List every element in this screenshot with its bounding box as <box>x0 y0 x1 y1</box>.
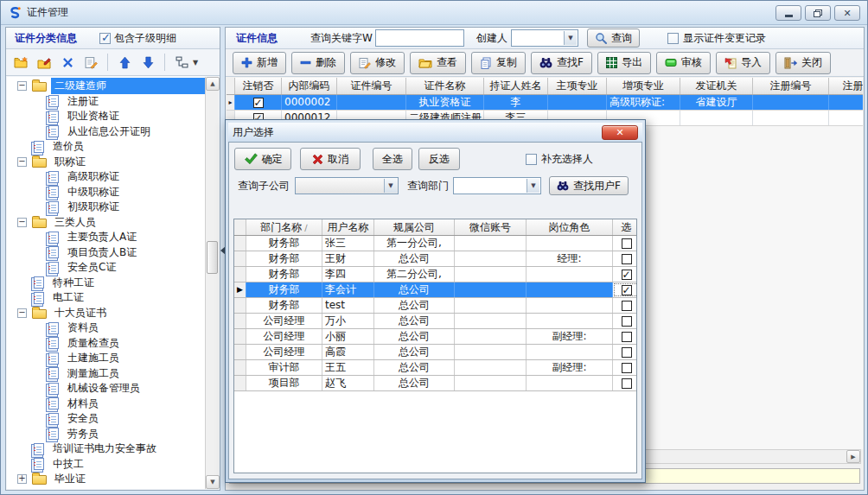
view-button[interactable]: 查看 <box>410 52 466 74</box>
tree-item[interactable]: 电工证 <box>7 290 205 306</box>
row-checkbox[interactable] <box>622 332 632 342</box>
tree-item[interactable]: 测量施工员 <box>7 366 205 382</box>
tree-item[interactable]: 从业信息公开证明 <box>7 124 205 140</box>
tree-item[interactable]: 项目负责人B证 <box>7 245 205 261</box>
row-checkbox[interactable] <box>622 238 632 249</box>
chevron-down-icon[interactable]: ▼ <box>193 59 198 67</box>
find-button[interactable]: 查找F <box>531 52 592 74</box>
cancel-button[interactable]: 取消 <box>300 148 361 170</box>
row-checkbox[interactable] <box>622 347 632 358</box>
tree-item[interactable]: 机械设备管理员 <box>7 381 205 397</box>
row-checkbox[interactable] <box>622 270 632 280</box>
column-header[interactable]: 用户名称 <box>322 219 374 235</box>
user-row[interactable]: 公司经理高霞总公司 <box>234 345 636 360</box>
delete-category-button[interactable] <box>59 54 76 71</box>
column-header[interactable]: 持证人姓名 <box>484 78 548 94</box>
hierarchy-view-button[interactable] <box>173 54 190 71</box>
tree-expander-icon[interactable]: − <box>17 81 27 91</box>
column-header[interactable]: 选 <box>613 219 637 235</box>
column-header[interactable]: 证件编号 <box>337 78 406 94</box>
column-header[interactable]: 规属公司 <box>374 219 455 235</box>
row-checkbox[interactable] <box>622 363 632 373</box>
tree-expander-icon[interactable]: + <box>17 474 27 484</box>
dropdown-arrow-icon[interactable]: ▼ <box>527 179 539 193</box>
tree-item[interactable]: 安全员C证 <box>7 260 205 276</box>
find-user-button[interactable]: 查找用户F <box>549 176 629 195</box>
user-row[interactable]: 财务部王财总公司经理: <box>234 251 636 267</box>
tree-item[interactable]: 初级职称证 <box>7 200 205 215</box>
minimize-button[interactable] <box>775 5 801 21</box>
tree-item[interactable]: 主要负责人A证 <box>7 230 205 245</box>
row-checkbox[interactable] <box>622 285 632 295</box>
edit-category-button[interactable] <box>82 54 99 71</box>
column-header[interactable]: 岗位角色 <box>527 219 613 235</box>
row-checkbox[interactable] <box>622 254 632 264</box>
column-header[interactable]: 注册编号 <box>753 78 829 94</box>
new-folder-button[interactable] <box>12 54 29 71</box>
subsidiary-dropdown[interactable]: ▼ <box>295 177 399 194</box>
column-header[interactable]: 增项专业 <box>607 78 680 94</box>
tree-expander-icon[interactable]: − <box>17 308 27 318</box>
table-row[interactable]: ▸0000002执业资格证李高级职称证:省建设厅 <box>227 95 863 111</box>
tree-item[interactable]: −十大员证书 <box>7 306 205 321</box>
row-checkbox[interactable] <box>622 301 632 311</box>
user-row[interactable]: 财务部test总公司 <box>234 298 636 314</box>
query-button[interactable]: 查询 <box>587 29 640 48</box>
invert-select-button[interactable]: 反选 <box>418 148 460 170</box>
close-window-button[interactable]: 关闭 <box>775 52 831 74</box>
search-input[interactable] <box>375 29 464 47</box>
tree-item[interactable]: −二级建造师 <box>7 79 205 94</box>
column-header[interactable]: 主项专业 <box>548 78 607 94</box>
column-header[interactable]: 内部编码 <box>282 78 337 94</box>
scrollbar-thumb[interactable] <box>207 241 218 274</box>
audit-button[interactable]: 审核 <box>656 52 711 74</box>
tree-expander-icon[interactable]: − <box>17 157 27 167</box>
include-sub-checkbox[interactable] <box>99 33 111 44</box>
column-header[interactable]: 证件名称 <box>406 78 484 94</box>
user-row[interactable]: 财务部李四第二分公司, <box>234 267 636 282</box>
supplement-checkbox[interactable] <box>526 154 537 165</box>
column-header[interactable]: 注册单位 <box>829 78 863 94</box>
tree-item[interactable]: 劳务员 <box>7 427 205 442</box>
tree-item[interactable]: 土建施工员 <box>7 351 205 366</box>
tree-item[interactable]: 造价员 <box>7 139 205 155</box>
scroll-up-icon[interactable]: ▲ <box>206 77 220 91</box>
show-changes-checkbox[interactable] <box>667 33 679 44</box>
row-checkbox[interactable] <box>622 378 632 389</box>
scroll-right-icon[interactable]: ▶ <box>846 450 860 463</box>
creator-dropdown[interactable]: ▼ <box>511 29 578 47</box>
tree-item[interactable]: −三类人员 <box>7 215 205 231</box>
edit-folder-button[interactable] <box>35 54 53 71</box>
tree-item[interactable]: 资料员 <box>7 320 205 336</box>
tree-item[interactable]: −职称证 <box>7 155 205 170</box>
delete-button[interactable]: 删除 <box>291 52 345 74</box>
ok-button[interactable]: 确定 <box>234 148 291 170</box>
add-button[interactable]: 新增 <box>233 52 286 74</box>
tree-item[interactable]: 中级职称证 <box>7 185 205 200</box>
column-header[interactable]: 注销否 <box>235 78 282 94</box>
department-dropdown[interactable]: ▼ <box>453 177 541 194</box>
tree-item[interactable]: 高级职称证 <box>7 169 205 185</box>
tree-item[interactable]: 安全员 <box>7 411 205 427</box>
user-row[interactable]: 公司经理万小总公司 <box>234 314 636 329</box>
tree-item[interactable]: +毕业证 <box>7 472 205 487</box>
user-row[interactable]: 财务部张三第一分公司, <box>234 236 636 251</box>
row-checkbox[interactable] <box>622 316 632 327</box>
tree-item[interactable]: 特种工证 <box>7 276 205 291</box>
user-row[interactable]: ▶财务部李会计总公司 <box>234 282 636 298</box>
user-row[interactable]: 公司经理小丽总公司副经理: <box>234 329 636 345</box>
export-button[interactable]: 导出 <box>597 52 651 74</box>
dialog-close-button[interactable]: ✕ <box>602 125 638 140</box>
column-header[interactable]: 发证机关 <box>680 78 753 94</box>
tree-expander-icon[interactable]: − <box>17 218 27 227</box>
close-button[interactable]: ✕ <box>834 5 860 21</box>
dropdown-arrow-icon[interactable]: ▼ <box>564 31 577 45</box>
column-header[interactable]: 微信账号 <box>455 219 527 235</box>
dropdown-arrow-icon[interactable]: ▼ <box>384 179 397 193</box>
tree-item[interactable]: 培训证书电力安全事故 <box>7 441 205 457</box>
scroll-down-icon[interactable]: ▼ <box>206 475 220 489</box>
tree-item[interactable]: 注册证 <box>7 94 205 110</box>
import-button[interactable]: 导入 <box>716 52 770 74</box>
restore-button[interactable] <box>805 5 831 21</box>
move-up-button[interactable] <box>116 54 133 71</box>
